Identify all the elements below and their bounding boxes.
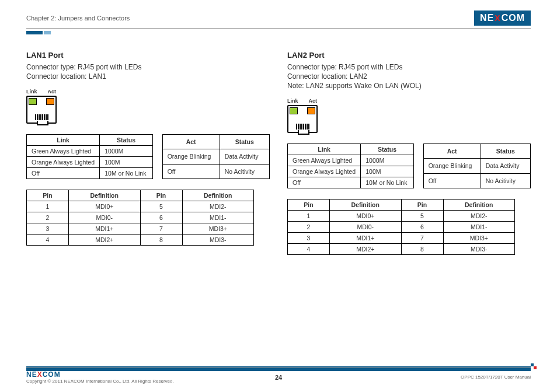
lan2-link-table: LinkStatus Green Always Lighted1000M Ora… xyxy=(287,144,414,188)
table-row: Orange Always Lighted100M xyxy=(27,157,153,168)
lan1-type: Connector type: RJ45 port with LEDs xyxy=(26,63,270,71)
lan1-act-table: ActStatus Orange BlinkingData Activity O… xyxy=(162,134,270,179)
lan2-type: Connector type: RJ45 port with LEDs xyxy=(287,63,531,71)
lan1-location: Connector location: LAN1 xyxy=(26,72,270,80)
lan2-section: LAN2 Port Connector type: RJ45 port with… xyxy=(287,51,531,255)
act-led-icon xyxy=(46,98,54,105)
lan1-title: LAN1 Port xyxy=(26,51,270,60)
table-row: 3MDI1+7MDI3+ xyxy=(288,233,515,244)
table-row: 2MDI0-6MDI1- xyxy=(27,212,254,223)
lan1-section: LAN1 Port Connector type: RJ45 port with… xyxy=(26,51,270,255)
lan2-title: LAN2 Port xyxy=(287,51,531,60)
link-led-icon xyxy=(290,107,298,114)
table-row: OffNo Acitivity xyxy=(423,173,530,188)
table-row: OffNo Acitivity xyxy=(162,164,269,178)
lan2-pin-table: Pin Definition Pin Definition 1MDI0+5MDI… xyxy=(287,199,515,255)
table-row: Green Always Lighted1000M xyxy=(288,155,414,166)
manual-name: OPPC 1520T/1720T User Manual xyxy=(461,374,531,380)
nexcom-logo: NEXCOM xyxy=(474,10,531,26)
page-number: 24 xyxy=(275,374,282,381)
lan1-port-labels: Link Act xyxy=(26,89,270,94)
lan2-port-labels: Link Act xyxy=(287,98,531,104)
table-row: Orange BlinkingData Activity xyxy=(162,149,269,164)
lan2-location: Connector location: LAN2 xyxy=(287,72,531,80)
lan2-note: Note: LAN2 supports Wake On LAN (WOL) xyxy=(287,82,531,90)
accent-bar xyxy=(26,31,531,34)
table-row: 3MDI1+7MDI3+ xyxy=(27,223,254,235)
lan2-act-table: ActStatus Orange BlinkingData Activity O… xyxy=(423,144,531,188)
table-row: Green Always Lighted1000M xyxy=(27,146,153,157)
table-row: 4MDI2+8MDI3- xyxy=(27,235,254,246)
table-row: 1MDI0+5MDI2- xyxy=(27,201,254,212)
lan1-link-table: LinkStatus Green Always Lighted1000M Ora… xyxy=(26,134,153,179)
link-led-icon xyxy=(29,98,37,105)
chapter-title: Chapter 2: Jumpers and Connectors xyxy=(26,15,130,22)
table-row: 2MDI0-6MDI1- xyxy=(288,222,515,233)
table-row: Orange Always Lighted100M xyxy=(288,166,414,177)
copyright: Copyright © 2011 NEXCOM International Co… xyxy=(26,379,174,384)
nexcom-logo-footer: NEXCOM xyxy=(26,370,174,379)
act-led-icon xyxy=(307,107,315,114)
footer: NEXCOM Copyright © 2011 NEXCOM Internati… xyxy=(26,368,531,384)
table-row: Off10M or No Link xyxy=(288,177,414,188)
table-row: 4MDI2+8MDI3- xyxy=(288,244,515,255)
lan1-pin-table: Pin Definition Pin Definition 1MDI0+5MDI… xyxy=(26,190,254,246)
table-row: 1MDI0+5MDI2- xyxy=(288,211,515,222)
table-row: Orange BlinkingData Activity xyxy=(423,159,530,173)
rj45-icon xyxy=(287,105,318,133)
rj45-icon xyxy=(26,96,57,124)
table-row: Off10M or No Link xyxy=(27,168,153,179)
